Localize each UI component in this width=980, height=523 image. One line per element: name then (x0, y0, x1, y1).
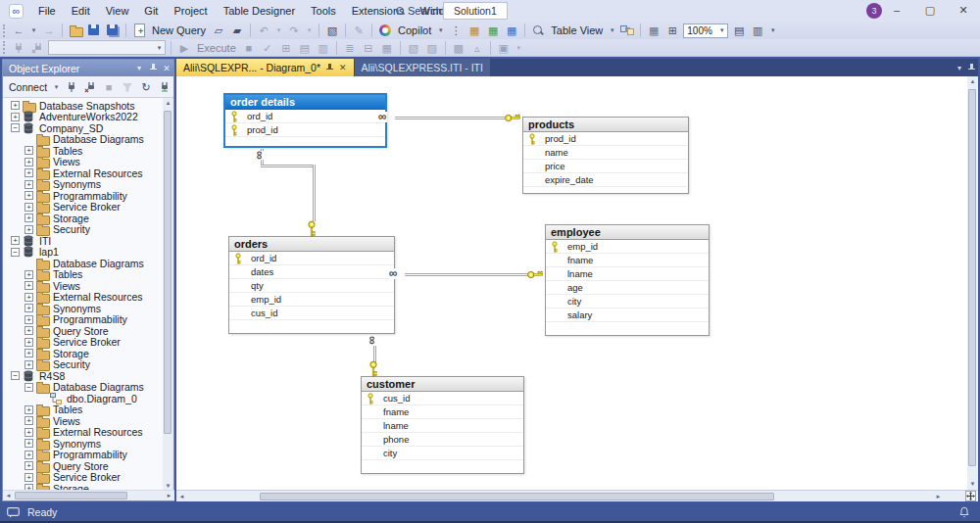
tree-item-views[interactable]: +Views (3, 280, 164, 292)
table-field-age[interactable]: age (546, 281, 709, 295)
scroll-down-icon[interactable]: ▼ (967, 479, 978, 490)
toolbar-options-caret[interactable]: ▾ (768, 23, 777, 38)
change-connection-icon[interactable] (11, 40, 26, 56)
expand-icon[interactable]: + (24, 439, 33, 448)
edit-icon[interactable]: ✎ (351, 23, 367, 38)
expand-icon[interactable]: + (24, 270, 33, 279)
tree-item-database-snapshots[interactable]: +Database Snapshots (3, 100, 164, 112)
arrange-tables-icon[interactable]: ⊞ (664, 23, 680, 38)
solution-selector[interactable]: Solution1 (443, 2, 508, 20)
table-field-lname[interactable]: lname (546, 267, 709, 281)
diagram-table-order-details[interactable]: order detailsord_idprod_id (223, 93, 387, 148)
back-history-caret[interactable]: ▾ (29, 23, 38, 38)
object-explorer-horizontal-scrollbar[interactable]: ◄ ► (3, 490, 174, 500)
table-field-emp_id[interactable]: emp_id (546, 240, 709, 254)
undo-history-caret[interactable]: ▾ (274, 23, 283, 38)
table-field-cus_id[interactable]: cus_id (362, 392, 523, 405)
diagram-table-orders[interactable]: ordersord_iddatesqtyemp_idcus_id (228, 236, 395, 334)
document-tab[interactable]: Alii\SQLEXPR... - Diagram_0*✕ (176, 59, 354, 76)
expand-icon[interactable]: + (24, 428, 33, 437)
expand-icon[interactable]: + (24, 180, 33, 189)
disconnect-icon[interactable] (29, 40, 45, 56)
toolbar-options-caret[interactable]: ▾ (514, 40, 523, 56)
diagram-canvas[interactable]: order detailsord_idprod_idproductsprod_i… (176, 76, 967, 490)
diagram-table-customer[interactable]: customercus_idfnamelnamephonecity (361, 376, 524, 474)
chevron-down-icon[interactable]: ▾ (716, 26, 727, 34)
tree-item-security[interactable]: +Security (3, 359, 164, 371)
connect-button[interactable]: Connect (7, 79, 49, 95)
toolbar-icon[interactable]: ▣ (496, 40, 512, 56)
tree-item-tables[interactable]: +Tables (3, 404, 164, 416)
tree-item-iti[interactable]: +ITI (3, 235, 164, 247)
toolbar-overflow-icon[interactable]: ⋮ (448, 23, 464, 38)
table-field-salary[interactable]: salary (546, 309, 709, 322)
tree-item-storage[interactable]: +Storage (3, 213, 164, 224)
tree-item-database-diagrams[interactable]: Database Diagrams (3, 134, 164, 146)
tree-item-lap1[interactable]: −lap1 (3, 247, 164, 259)
table-field-city[interactable]: city (362, 447, 523, 460)
close-icon[interactable]: ✕ (339, 63, 347, 72)
copilot-caret[interactable]: ▾ (436, 23, 445, 38)
redo-history-caret[interactable]: ▾ (305, 23, 314, 38)
open-file-icon[interactable] (68, 23, 83, 38)
collapse-icon[interactable]: − (24, 383, 33, 392)
toolbar-grip[interactable] (3, 24, 8, 37)
tree-item-synonyms[interactable]: +Synonyms (3, 179, 164, 191)
toolbar-icon[interactable]: ▦ (379, 40, 395, 56)
table-field-phone[interactable]: phone (362, 433, 523, 447)
collapse-icon[interactable]: − (11, 371, 20, 380)
tree-item-synonyms[interactable]: +Synonyms (3, 438, 164, 450)
filter-icon[interactable] (120, 79, 135, 95)
menu-table-designer[interactable]: Table Designer (216, 0, 303, 22)
new-query-icon[interactable] (131, 23, 147, 38)
table-field-ord_id[interactable]: ord_id (225, 110, 385, 123)
tree-item-adventureworks2022[interactable]: +AdventureWorks2022 (3, 112, 164, 123)
connect-object-explorer-icon[interactable] (64, 79, 79, 95)
canvas-vertical-scrollbar[interactable]: ▲ ▼ (967, 76, 978, 490)
notifications-bell-icon[interactable] (958, 506, 970, 518)
document-tab[interactable]: Alii\SQLEXPRESS.ITI - ITI (355, 59, 490, 76)
show-table-icon[interactable]: ▦ (646, 23, 662, 38)
diagram-table-products[interactable]: productsprod_idnamepriceexpire_date (522, 117, 689, 194)
database-combobox[interactable]: ▾ (48, 40, 166, 55)
expand-icon[interactable]: + (24, 416, 33, 425)
parse-icon[interactable]: ✓ (260, 40, 275, 56)
cancel-query-icon[interactable]: ■ (241, 40, 257, 56)
tree-item-external-resources[interactable]: +External Resources (3, 292, 164, 304)
toolbar-icon[interactable]: ≣ (342, 40, 358, 56)
maximize-button[interactable]: ▢ (913, 0, 947, 22)
expand-icon[interactable]: + (24, 338, 33, 347)
copilot-button[interactable]: Copilot (396, 23, 433, 38)
menu-edit[interactable]: Edit (64, 0, 98, 22)
pin-icon[interactable] (325, 62, 334, 73)
tree-item-service-broker[interactable]: +Service Broker (3, 472, 164, 484)
expand-icon[interactable]: + (24, 214, 33, 222)
chevron-down-icon[interactable]: ▾ (154, 44, 165, 52)
menu-git[interactable]: Git (136, 0, 166, 22)
refresh-icon[interactable]: ↻ (138, 79, 154, 95)
close-button[interactable]: ✕ (947, 0, 980, 22)
recalculate-page-breaks-icon[interactable]: ▥ (750, 23, 765, 38)
view-page-breaks-icon[interactable]: ▤ (731, 23, 747, 38)
scroll-up-icon[interactable]: ▲ (163, 98, 173, 109)
expand-icon[interactable]: + (24, 315, 33, 324)
table-field-price[interactable]: price (523, 160, 688, 173)
tree-item-programmability[interactable]: +Programmability (3, 450, 164, 461)
scroll-left-icon[interactable]: ◄ (3, 491, 14, 501)
new-notebook-icon[interactable]: ▱ (211, 23, 226, 38)
table-field-expire_date[interactable]: expire_date (523, 173, 688, 187)
new-query-button[interactable]: New Query (150, 23, 208, 38)
manage-indexes-icon[interactable]: ▦ (504, 23, 519, 38)
expand-icon[interactable]: + (24, 304, 33, 312)
scroll-right-icon[interactable]: ► (933, 492, 944, 502)
table-field-prod_id[interactable]: prod_id (523, 132, 688, 146)
tree-item-database-diagrams[interactable]: −Database Diagrams (3, 382, 164, 394)
table-field-dates[interactable]: dates (229, 265, 394, 279)
undo-icon[interactable]: ↶ (256, 23, 271, 38)
scrollbar-thumb[interactable] (968, 89, 976, 466)
tree-item-r4s8[interactable]: −R4S8 (3, 370, 164, 382)
expand-icon[interactable]: + (24, 360, 33, 369)
tree-item-service-broker[interactable]: +Service Broker (3, 337, 164, 349)
relationships-icon[interactable] (619, 23, 635, 38)
new-table-icon[interactable]: ▦ (466, 23, 482, 38)
